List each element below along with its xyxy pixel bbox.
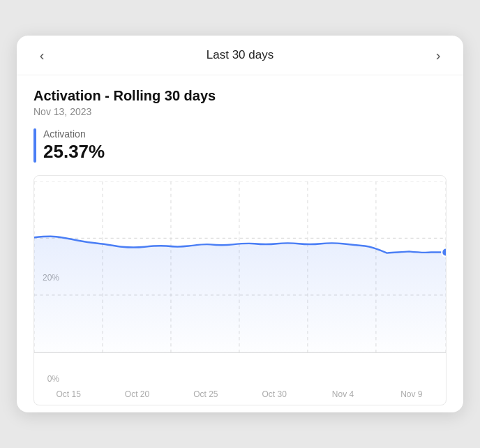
chart-title: Activation - Rolling 30 days (33, 88, 447, 104)
x-label-oct30: Oct 30 (240, 389, 308, 399)
metric-bar-indicator (33, 128, 36, 163)
metric-label: Activation (43, 128, 105, 140)
x-label-nov9: Nov 9 (377, 389, 446, 399)
chart-area: 20% 0% (33, 175, 447, 405)
next-button[interactable]: › (426, 43, 451, 68)
chevron-left-icon: ‹ (40, 47, 45, 64)
x-axis: Oct 15 Oct 20 Oct 25 Oct 30 Nov 4 Nov 9 (34, 385, 446, 405)
chart-card: ‹ Last 30 days › Activation - Rolling 30… (17, 36, 463, 412)
chart-date: Nov 13, 2023 (33, 106, 447, 117)
chevron-right-icon: › (436, 47, 441, 64)
line-chart-svg (34, 181, 446, 384)
metric-value: 25.37% (43, 141, 105, 163)
nav-bar: ‹ Last 30 days › (17, 36, 463, 75)
x-label-oct25: Oct 25 (172, 389, 240, 399)
x-label-nov4: Nov 4 (308, 389, 377, 399)
date-range-title: Last 30 days (207, 48, 273, 62)
svg-point-11 (442, 248, 446, 256)
x-label-oct20: Oct 20 (103, 389, 171, 399)
metric-info: Activation 25.37% (43, 128, 105, 163)
prev-button[interactable]: ‹ (29, 43, 54, 68)
metric-block: Activation 25.37% (33, 128, 447, 163)
x-label-oct15: Oct 15 (34, 389, 103, 399)
chart-content: Activation - Rolling 30 days Nov 13, 202… (17, 75, 463, 412)
